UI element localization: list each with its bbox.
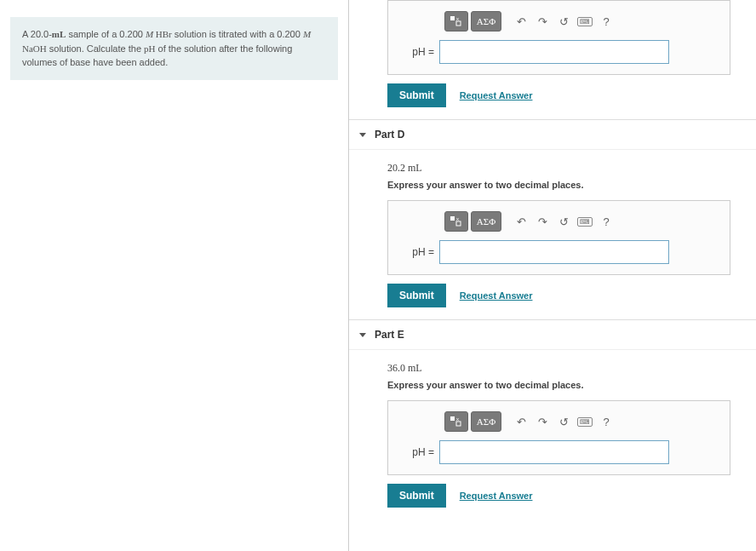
template-icon[interactable]: x	[444, 211, 468, 232]
submit-row: Submit Request Answer	[387, 484, 730, 508]
chevron-down-icon	[359, 333, 366, 337]
greek-button[interactable]: ΑΣΦ	[471, 211, 501, 232]
part-e-answer-block: x ΑΣΦ ↶ ↷ ↺ ⌨ ? pH = Submit Request Answ…	[349, 400, 756, 508]
redo-icon[interactable]: ↷	[533, 212, 552, 231]
answer-frame: x ΑΣΦ ↶ ↷ ↺ ⌨ ? pH =	[387, 400, 730, 475]
svg-rect-6	[450, 416, 455, 421]
submit-button[interactable]: Submit	[387, 83, 446, 107]
part-d-answer-block: x ΑΣΦ ↶ ↷ ↺ ⌨ ? pH = Submit Request Answ…	[349, 200, 756, 307]
help-icon[interactable]: ?	[597, 412, 616, 431]
svg-text:x: x	[456, 16, 459, 21]
greek-button[interactable]: ΑΣΦ	[471, 11, 501, 32]
svg-rect-2	[456, 21, 461, 26]
input-row: pH =	[398, 440, 719, 464]
input-row: pH =	[398, 240, 719, 264]
toolbar: x ΑΣΦ ↶ ↷ ↺ ⌨ ?	[398, 211, 719, 232]
keyboard-icon[interactable]: ⌨	[576, 212, 594, 231]
part-title: Part E	[375, 329, 404, 341]
answer-frame: x ΑΣΦ ↶ ↷ ↺ ⌨ ? pH =	[387, 0, 730, 75]
redo-icon[interactable]: ↷	[533, 412, 552, 431]
part-title: Part D	[375, 129, 404, 141]
help-icon[interactable]: ?	[597, 12, 616, 31]
ph-label: pH =	[398, 446, 434, 458]
left-panel: A 20.0-mL sample of a 0.200 M HBr soluti…	[0, 0, 349, 551]
answer-frame: x ΑΣΦ ↶ ↷ ↺ ⌨ ? pH =	[387, 200, 730, 275]
request-answer-link[interactable]: Request Answer	[460, 290, 533, 301]
svg-rect-0	[450, 16, 455, 20]
svg-rect-3	[450, 216, 455, 221]
undo-icon[interactable]: ↶	[512, 12, 530, 31]
svg-text:x: x	[456, 416, 459, 422]
help-icon[interactable]: ?	[597, 212, 616, 231]
ph-label: pH =	[398, 246, 434, 258]
chevron-down-icon	[359, 133, 366, 137]
ph-input-e[interactable]	[439, 440, 669, 464]
ph-input-c[interactable]	[439, 40, 669, 64]
svg-text:x: x	[456, 216, 459, 221]
submit-row: Submit Request Answer	[387, 83, 730, 107]
template-icon[interactable]: x	[444, 411, 468, 432]
submit-button[interactable]: Submit	[387, 284, 446, 307]
undo-icon[interactable]: ↶	[512, 212, 530, 231]
svg-rect-8	[456, 422, 461, 426]
reset-icon[interactable]: ↺	[554, 12, 573, 31]
redo-icon[interactable]: ↷	[533, 12, 552, 31]
input-row: pH =	[398, 40, 719, 64]
reset-icon[interactable]: ↺	[554, 412, 573, 431]
ph-input-d[interactable]	[439, 240, 669, 264]
part-d-header[interactable]: Part D	[349, 119, 756, 150]
template-icon[interactable]: x	[444, 11, 468, 32]
part-e-header[interactable]: Part E	[349, 319, 756, 350]
part-d-question: 20.2 mL Express your answer to two decim…	[349, 150, 756, 200]
right-panel: x ΑΣΦ ↶ ↷ ↺ ⌨ ? pH = Submit Request Answ…	[349, 0, 756, 551]
reset-icon[interactable]: ↺	[554, 212, 573, 231]
svg-rect-5	[456, 221, 461, 226]
submit-button[interactable]: Submit	[387, 484, 446, 508]
part-e-question: 36.0 mL Express your answer to two decim…	[349, 350, 756, 400]
part-c-answer-block: x ΑΣΦ ↶ ↷ ↺ ⌨ ? pH = Submit Request Answ…	[349, 0, 756, 107]
keyboard-icon[interactable]: ⌨	[576, 412, 594, 431]
undo-icon[interactable]: ↶	[512, 412, 530, 431]
toolbar: x ΑΣΦ ↶ ↷ ↺ ⌨ ?	[398, 411, 719, 432]
submit-row: Submit Request Answer	[387, 284, 730, 307]
request-answer-link[interactable]: Request Answer	[460, 90, 533, 100]
keyboard-icon[interactable]: ⌨	[576, 12, 594, 31]
toolbar: x ΑΣΦ ↶ ↷ ↺ ⌨ ?	[398, 11, 719, 32]
greek-button[interactable]: ΑΣΦ	[471, 411, 501, 432]
request-answer-link[interactable]: Request Answer	[460, 491, 533, 501]
ph-label: pH =	[398, 46, 434, 58]
problem-statement: A 20.0-mL sample of a 0.200 M HBr soluti…	[10, 17, 338, 80]
